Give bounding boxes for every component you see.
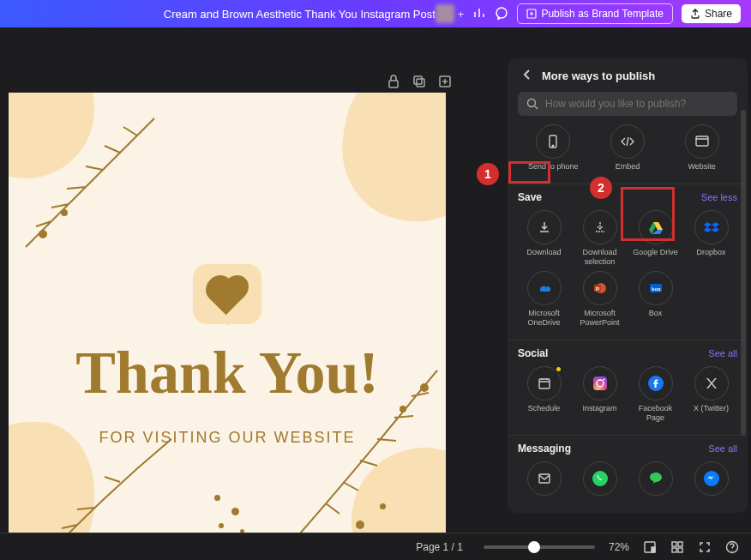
duplicate-icon[interactable] <box>412 74 427 89</box>
zoom-slider[interactable] <box>484 545 595 549</box>
messenger-icon <box>703 470 720 487</box>
tile-download[interactable]: Download <box>518 210 570 267</box>
instagram-icon <box>592 375 609 392</box>
svg-rect-23 <box>539 474 550 483</box>
save-see-less[interactable]: See less <box>701 192 737 202</box>
imessage-icon <box>647 470 664 487</box>
tile-whatsapp[interactable] <box>574 461 626 499</box>
svg-point-11 <box>553 145 555 147</box>
email-icon <box>538 472 551 485</box>
annotation-2: 2 <box>590 177 612 199</box>
svg-rect-2 <box>414 76 422 84</box>
tile-facebook-page[interactable]: Facebook Page <box>629 366 682 423</box>
annotation-box-save <box>508 161 550 184</box>
dropbox-icon <box>704 220 719 235</box>
powerpoint-icon: P <box>592 280 608 296</box>
svg-rect-12 <box>696 136 708 146</box>
annotation-1: 1 <box>477 163 499 185</box>
design-canvas[interactable]: Thank You! FOR VISITING OUR WEBSITE <box>9 93 446 551</box>
notification-dot <box>555 365 562 373</box>
svg-text:P: P <box>596 286 599 292</box>
whatsapp-icon <box>592 470 609 487</box>
svg-rect-3 <box>417 79 424 87</box>
leaf-decoration <box>17 101 171 256</box>
svg-rect-27 <box>652 547 655 552</box>
lock-icon[interactable] <box>386 74 401 89</box>
share-button[interactable]: Share <box>682 4 741 23</box>
onedrive-icon <box>537 280 552 296</box>
heart-bubble <box>193 264 261 324</box>
svg-rect-19 <box>593 376 607 390</box>
tile-powerpoint[interactable]: P Microsoft PowerPoint <box>574 271 626 328</box>
svg-point-5 <box>39 231 46 238</box>
add-page-icon[interactable] <box>437 74 453 89</box>
publish-brand-template-button[interactable]: Publish as Brand Template <box>517 3 673 24</box>
panel-title: More ways to publish <box>542 69 655 82</box>
tile-email[interactable] <box>518 461 570 499</box>
insights-icon[interactable] <box>472 6 486 22</box>
bottom-bar: Page 1 / 1 72% <box>0 533 751 560</box>
document-title: Cream and Brown Aesthetic Thank You Inst… <box>164 8 436 21</box>
svg-rect-31 <box>678 548 682 552</box>
thank-you-subtitle: FOR VISITING OUR WEBSITE <box>9 429 446 447</box>
help-icon[interactable] <box>725 540 739 554</box>
save-section-title: Save <box>518 191 542 203</box>
svg-point-9 <box>528 99 536 107</box>
tile-imessage[interactable] <box>629 461 682 499</box>
facebook-icon <box>647 375 664 392</box>
tile-dropbox[interactable]: Dropbox <box>685 210 737 267</box>
heart-icon <box>209 279 245 315</box>
tile-box[interactable]: box Box <box>629 271 682 328</box>
box-icon: box <box>648 280 664 296</box>
x-icon <box>705 376 718 390</box>
page-indicator: Page 1 / 1 <box>416 541 463 553</box>
top-bar: Cream and Brown Aesthetic Thank You Inst… <box>0 0 751 27</box>
svg-text:box: box <box>652 286 661 292</box>
svg-point-6 <box>62 210 67 215</box>
tile-schedule[interactable]: Schedule <box>518 366 570 423</box>
publish-search[interactable] <box>518 92 737 116</box>
publish-panel: More ways to publish Send to phone <box>508 58 748 513</box>
svg-point-21 <box>603 378 604 380</box>
tile-embed[interactable]: Embed <box>592 124 664 172</box>
grid-view-icon[interactable] <box>670 540 684 554</box>
embed-icon <box>620 134 635 149</box>
comment-icon[interactable] <box>495 6 508 22</box>
social-see-all[interactable]: See all <box>708 348 737 358</box>
view-page-icon[interactable] <box>643 540 657 554</box>
scrollbar[interactable] <box>741 110 746 436</box>
social-section-title: Social <box>518 347 548 359</box>
tile-website[interactable]: Website <box>666 124 737 172</box>
tile-messenger[interactable] <box>685 461 737 499</box>
svg-rect-18 <box>539 379 550 388</box>
annotation-box-google-drive <box>621 187 675 241</box>
website-icon <box>694 134 710 149</box>
download-icon <box>538 220 551 234</box>
thank-you-heading: Thank You! <box>9 346 446 400</box>
tile-download-selection[interactable]: Download selection <box>574 210 626 267</box>
svg-rect-29 <box>678 542 682 546</box>
collaborators[interactable]: + <box>436 4 465 23</box>
tile-onedrive[interactable]: Microsoft OneDrive <box>518 271 570 328</box>
search-icon <box>526 98 538 110</box>
svg-rect-28 <box>672 542 676 546</box>
svg-rect-1 <box>389 81 398 87</box>
svg-point-8 <box>400 406 406 412</box>
tile-x-twitter[interactable]: X (Twitter) <box>685 366 737 423</box>
svg-rect-30 <box>672 548 676 552</box>
messaging-see-all[interactable]: See all <box>708 443 737 454</box>
zoom-label: 72% <box>609 541 629 553</box>
svg-point-24 <box>592 471 608 486</box>
phone-icon <box>545 134 561 149</box>
calendar-icon <box>538 376 551 390</box>
back-button[interactable] <box>521 69 533 83</box>
tile-instagram[interactable]: Instagram <box>574 366 626 423</box>
download-selection-icon <box>593 220 607 234</box>
fullscreen-icon[interactable] <box>698 540 712 554</box>
messaging-section-title: Messaging <box>518 443 571 455</box>
search-input[interactable] <box>545 98 729 110</box>
